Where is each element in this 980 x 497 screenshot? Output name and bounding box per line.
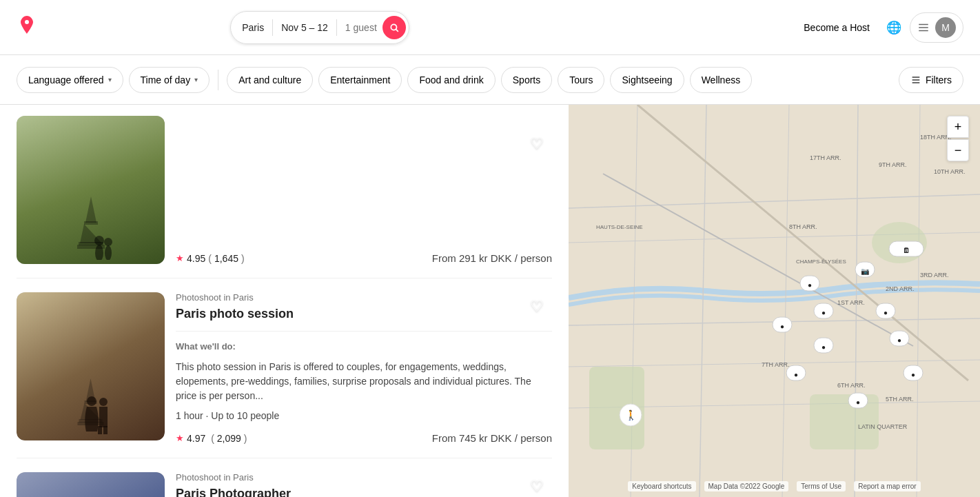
listing-footer: ★ 4.97 (2,099) From 745 kr DKK / person: [176, 424, 552, 444]
star-icon: ★: [176, 433, 184, 443]
svg-text:1ST ARR.: 1ST ARR.: [837, 299, 865, 306]
wellness-filter[interactable]: Wellness: [690, 67, 753, 93]
language-icon[interactable]: 🌐: [886, 20, 901, 35]
svg-rect-24: [99, 407, 108, 427]
svg-text:9TH ARR.: 9TH ARR.: [879, 161, 907, 168]
svg-text:●: ●: [897, 336, 901, 344]
listings-panel: ★ 4.95 (1,645) From 291 kr DKK / person …: [0, 105, 569, 497]
user-menu[interactable]: M: [910, 12, 963, 43]
svg-text:●: ●: [794, 371, 798, 378]
svg-text:●: ●: [780, 323, 784, 330]
listing-content: ★ 4.95 (1,645) From 291 kr DKK / person: [176, 116, 552, 264]
svg-line-1: [396, 29, 398, 31]
tours-filter[interactable]: Tours: [558, 67, 604, 93]
search-bar[interactable]: Paris Nov 5 – 12 1 guest: [230, 11, 409, 44]
svg-text:7TH ARR.: 7TH ARR.: [762, 361, 790, 368]
search-guests: 1 guest: [345, 22, 377, 33]
svg-point-14: [94, 236, 104, 245]
svg-rect-51: [810, 394, 879, 449]
svg-text:🗓: 🗓: [903, 247, 910, 254]
map-attribution: Map Data ©2022 Google: [704, 481, 789, 491]
svg-rect-26: [103, 426, 108, 434]
svg-point-16: [104, 238, 112, 246]
svg-text:●: ●: [856, 398, 860, 406]
listing-thumbnail: [17, 116, 165, 264]
wishlist-button[interactable]: ♡: [530, 135, 544, 153]
entertainment-filter[interactable]: Entertainment: [318, 67, 402, 93]
listing-footer: ★ 4.95 (1,645) From 291 kr DKK / person: [176, 244, 552, 264]
navbar: Paris Nov 5 – 12 1 guest Become a Host 🌐…: [0, 0, 980, 55]
search-button[interactable]: [382, 16, 406, 39]
svg-point-15: [105, 245, 112, 260]
list-item: ★ 4.95 (1,645) From 291 kr DKK / person …: [17, 116, 552, 278]
keyboard-shortcuts[interactable]: Keyboard shortcuts: [628, 481, 695, 491]
listing-title[interactable]: Paris Photographer: [176, 487, 552, 497]
svg-text:17TH ARR.: 17TH ARR.: [810, 154, 841, 161]
svg-text:CHAMPS-ÉLYSÉES: CHAMPS-ÉLYSÉES: [796, 258, 846, 265]
zoom-in-button[interactable]: +: [947, 116, 969, 138]
search-dates: Nov 5 – 12: [281, 22, 328, 33]
terms-of-use-link[interactable]: Terms of Use: [797, 481, 846, 491]
svg-text:📷: 📷: [861, 267, 870, 276]
listing-thumbnail: [17, 472, 165, 497]
listing-content: Photoshoot in Paris Paris Photographer W…: [176, 472, 552, 497]
listing-type: Photoshoot in Paris: [176, 292, 552, 303]
svg-text:●: ●: [911, 371, 915, 378]
svg-text:●: ●: [884, 309, 888, 316]
map-zoom-controls: + −: [947, 116, 969, 161]
listing-title[interactable]: Paris photo session: [176, 307, 552, 321]
svg-text:10TH ARR.: 10TH ARR.: [934, 168, 966, 175]
airbnb-logo-icon: [17, 14, 37, 40]
sightseeing-filter[interactable]: Sightseeing: [610, 67, 684, 93]
svg-text:LATIN QUARTER: LATIN QUARTER: [858, 423, 908, 430]
svg-marker-8: [85, 196, 96, 223]
svg-text:6TH ARR.: 6TH ARR.: [837, 382, 866, 389]
wishlist-button[interactable]: ♡: [530, 298, 544, 316]
listing-details: 1 hour · Up to 10 people: [176, 410, 552, 421]
svg-text:5TH ARR.: 5TH ARR.: [886, 396, 914, 403]
become-host-link[interactable]: Become a Host: [795, 17, 878, 39]
svg-text:2ND ARR.: 2ND ARR.: [886, 285, 915, 292]
listing-rating: ★ 4.95 (1,645): [176, 253, 245, 264]
listing-price: From 745 kr DKK / person: [432, 432, 552, 444]
listing-description: This photo session in Paris is offered t…: [176, 360, 552, 403]
svg-point-13: [95, 245, 103, 260]
listing-content: Photoshoot in Paris Paris photo session …: [176, 292, 552, 444]
avatar: M: [935, 17, 956, 38]
filter-bar: Language offered ▾ Time of day ▾ Art and…: [0, 55, 980, 105]
what-we-do-label: What we'll do:: [176, 341, 552, 352]
search-location: Paris: [242, 22, 264, 33]
zoom-out-button[interactable]: −: [947, 139, 969, 161]
art-culture-filter[interactable]: Art and culture: [227, 67, 313, 93]
svg-text:●: ●: [808, 281, 812, 289]
navbar-right: Become a Host 🌐 M: [795, 12, 963, 43]
svg-rect-9: [84, 221, 98, 225]
listing-thumbnail: [17, 292, 165, 440]
language-offered-filter[interactable]: Language offered ▾: [17, 67, 123, 93]
svg-rect-25: [98, 426, 102, 434]
chevron-down-icon: ▾: [108, 76, 112, 83]
logo[interactable]: [17, 14, 37, 40]
list-item: Photoshoot in Paris Paris Photographer W…: [17, 458, 552, 497]
map-panel: 18TH ARR. 9TH ARR. 10TH ARR. 17TH ARR. H…: [569, 105, 980, 497]
listing-price: From 291 kr DKK / person: [432, 252, 552, 264]
svg-text:8TH ARR.: 8TH ARR.: [789, 223, 817, 230]
filters-button[interactable]: Filters: [899, 67, 963, 93]
svg-text:3RD ARR.: 3RD ARR.: [920, 272, 949, 278]
food-drink-filter[interactable]: Food and drink: [407, 67, 495, 93]
svg-text:●: ●: [821, 343, 826, 351]
list-item: Photoshoot in Paris Paris photo session …: [17, 278, 552, 458]
listing-rating: ★ 4.97 (2,099): [176, 433, 247, 444]
svg-point-0: [391, 24, 396, 30]
svg-point-23: [99, 398, 108, 406]
svg-text:HAUTS-DE-SEINE: HAUTS-DE-SEINE: [596, 224, 643, 230]
report-map-error-link[interactable]: Report a map error: [854, 481, 920, 491]
listing-type: Photoshoot in Paris: [176, 472, 552, 483]
time-of-day-filter[interactable]: Time of day ▾: [129, 67, 210, 93]
svg-point-22: [87, 396, 96, 406]
wishlist-button[interactable]: ♡: [530, 478, 544, 496]
chevron-down-icon: ▾: [194, 76, 198, 83]
sports-filter[interactable]: Sports: [501, 67, 552, 93]
star-icon: ★: [176, 253, 184, 263]
svg-text:●: ●: [821, 309, 826, 316]
